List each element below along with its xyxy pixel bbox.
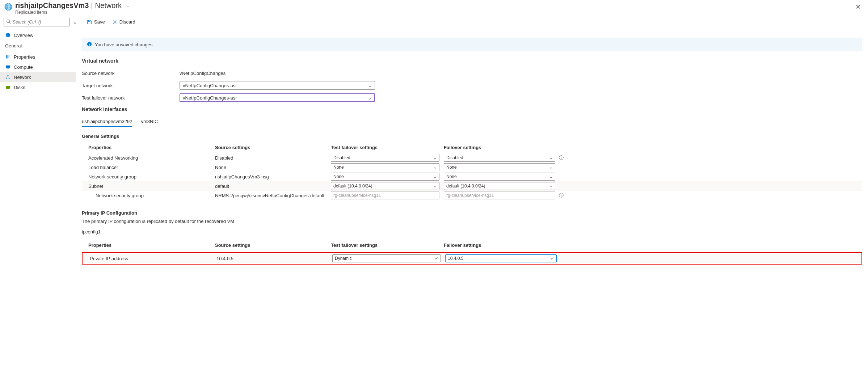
sidebar-item-disks[interactable]: Disks [0,82,76,92]
primary-ip-title: Primary IP Configuration [82,210,862,216]
tab-nic-1[interactable]: vm3NIC [141,117,158,127]
svg-rect-15 [88,20,90,21]
chevron-down-icon: ⌄ [433,155,437,160]
loadbalancer-fo-dropdown[interactable]: None⌄ [444,163,555,171]
sidebar-item-label: Network [14,75,31,80]
col-source: Source settings [215,242,331,248]
target-network-dropdown[interactable]: vNetIpConfigChanges-asr ⌄ [180,81,375,90]
table-row: Private IP address 10.4.0.5 Dynamic ✓ 10… [83,254,861,263]
row-source: NRMS-2pecgwj5zsoncvNetIpConfigChanges-de… [215,193,331,198]
dropdown-value: vNetIpConfigChanges-asr [183,95,237,101]
sidebar-divider [5,50,71,50]
general-settings-title: General Settings [82,134,862,139]
save-label: Save [94,19,105,25]
chevron-down-icon: ⌄ [368,83,372,88]
dropdown-value: Dynamic [335,256,352,261]
accel-networking-fo-dropdown[interactable]: Disabled⌄ [444,154,555,162]
input-value: 10.4.0.5 [448,256,463,261]
search-icon [6,19,11,25]
sidebar-group-general: General [0,40,76,49]
row-property: Accelerated Networking [88,155,215,161]
info-icon[interactable]: ⓘ [557,155,565,161]
sidebar-item-label: Properties [14,54,35,60]
page-header: rishjaiIpChangesVm3 | Network ··· Replic… [0,0,868,15]
chevron-down-icon: ⌄ [433,174,437,179]
breadcrumb: Replicated items [15,10,130,15]
row-source: 10.4.0.5 [216,256,332,261]
private-ip-fo-input[interactable]: 10.4.0.5 ✓ [445,254,557,262]
properties-icon [5,54,11,60]
nsg-tf-dropdown[interactable]: None⌄ [331,173,439,181]
row-source: default [215,183,331,189]
subnet-nsg-fo-input [444,191,555,199]
source-network-label: Source network [82,71,180,76]
svg-line-3 [9,22,11,24]
col-properties: Properties [88,145,215,150]
svg-rect-7 [7,55,8,59]
compute-icon [5,64,11,70]
row-property: Private IP address [90,256,216,261]
dropdown-value: None [446,174,457,179]
svg-text:i: i [89,42,90,46]
ipconfig-name: ipconfig1 [82,229,862,235]
private-ip-tf-dropdown[interactable]: Dynamic ✓ [332,254,441,262]
test-failover-network-dropdown[interactable]: vNetIpConfigChanges-asr ⌄ [180,93,375,102]
source-network-value: vNetIpConfigChanges [180,71,862,76]
page-title: rishjaiIpChangesVm3 [15,1,89,10]
save-icon [87,20,92,25]
loadbalancer-tf-dropdown[interactable]: None⌄ [331,163,439,171]
svg-rect-9 [6,66,10,68]
row-source: rishjaiIpChangesVm3-nsg [215,174,331,180]
target-network-label: Target network [82,83,180,88]
row-source: None [215,165,331,170]
main-content: Save Discard i You have unsaved changes.… [76,15,868,272]
nic-tabs: rishjaiipchangesvm3292 vm3NIC [82,117,862,127]
row-property: Subnet [88,183,215,189]
message-bar: i You have unsaved changes. [82,38,862,51]
info-icon: i [87,42,92,48]
close-button[interactable]: ✕ [852,1,864,12]
table-row: Network security group NRMS-2pecgwj5zson… [82,191,862,200]
svg-rect-6 [6,55,7,59]
sidebar-item-properties[interactable]: Properties [0,52,76,62]
general-settings-grid: Properties Source settings Test failover… [82,142,862,200]
col-failover: Failover settings [444,145,557,150]
sidebar-item-network[interactable]: Network [0,72,76,82]
subnet-tf-dropdown[interactable]: default (10.4.0.0/24)⌄ [331,182,439,190]
more-button[interactable]: ··· [125,3,130,9]
accel-networking-tf-dropdown[interactable]: Disabled⌄ [331,154,439,162]
chevron-down-icon: ⌄ [549,155,553,160]
nsg-fo-dropdown[interactable]: None⌄ [444,173,555,181]
sidebar-item-label: Disks [14,85,25,90]
table-row: Load balancer None None⌄ None⌄ [82,162,862,172]
col-test-failover: Test failover settings [331,242,444,248]
test-failover-network-label: Test failover network [82,95,180,101]
search-input-wrap[interactable] [4,18,70,26]
sidebar-item-compute[interactable]: Compute [0,62,76,72]
dropdown-value: Disabled [446,155,463,160]
highlighted-row: Private IP address 10.4.0.5 Dynamic ✓ 10… [82,252,862,265]
col-source: Source settings [215,145,331,150]
table-row: Network security group rishjaiIpChangesV… [82,172,862,181]
col-properties: Properties [88,242,215,248]
section-network-interfaces: Network interfaces [82,106,862,112]
resource-icon [4,3,12,11]
discard-label: Discard [119,19,135,25]
tab-nic-0[interactable]: rishjaiipchangesvm3292 [82,117,132,127]
row-property: Load balancer [88,165,215,170]
row-source: Disabled [215,155,331,161]
discard-button[interactable]: Discard [109,15,139,29]
subnet-fo-dropdown[interactable]: default (10.4.0.0/24)⌄ [444,182,555,190]
info-icon[interactable]: ⓘ [557,192,565,199]
sidebar: « i Overview General Properties Compute [0,15,76,272]
sidebar-item-overview[interactable]: i Overview [0,30,76,40]
save-button[interactable]: Save [83,15,109,29]
sidebar-item-label: Compute [14,64,33,70]
search-input[interactable] [13,20,67,25]
network-icon [5,74,11,80]
chevron-down-icon: ⌄ [549,165,553,170]
row-property: Network security group [88,174,215,180]
dropdown-value: default (10.4.0.0/24) [333,183,372,189]
col-test-failover: Test failover settings [331,145,444,150]
dropdown-value: default (10.4.0.0/24) [446,183,485,189]
